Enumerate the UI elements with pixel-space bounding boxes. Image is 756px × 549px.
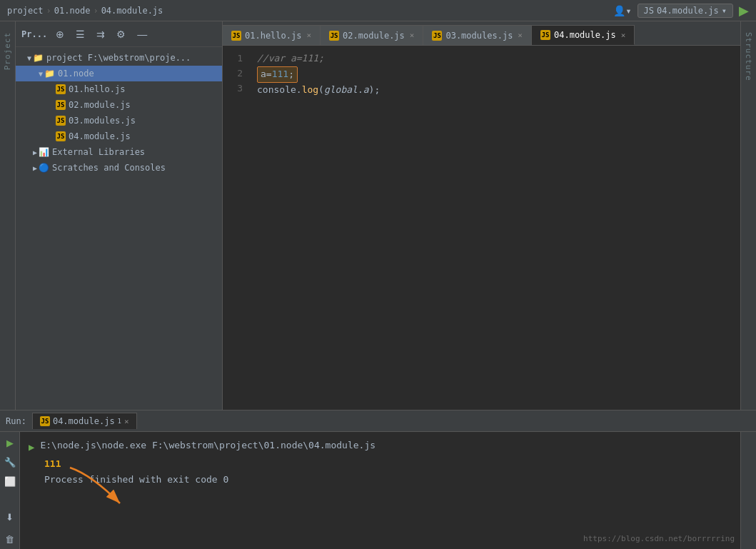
line-num-1: 1	[223, 51, 243, 66]
tab-04module[interactable]: JS 04.module.js ×	[532, 25, 635, 45]
code-editor[interactable]: 1 2 3 //var a=111; a=111; console.log(gl…	[223, 46, 740, 410]
console-output: ▶ E:\node.js\node.exe F:\webstrom\projec…	[20, 432, 740, 549]
right-gutter: Structure	[740, 21, 756, 410]
tab-close-4[interactable]: ×	[621, 31, 626, 40]
tab-bar: JS 01.hello.js × JS 02.module.js × JS 03…	[223, 21, 740, 46]
num-111: 111	[272, 69, 288, 79]
tree-root[interactable]: ▼ 📁 project F:\webstrom\proje...	[16, 50, 222, 66]
breadcrumb: project › 01.node › 04.module.js	[7, 6, 163, 16]
run-dropdown[interactable]: JS 04.module.js ▾	[637, 4, 733, 18]
root-label: project F:\webstrom\proje...	[46, 53, 191, 63]
user-icon[interactable]: 👤▾	[613, 5, 631, 16]
tab-js-icon-4: JS	[540, 30, 550, 40]
tree-item-extlibs[interactable]: ▶ 📊 External Libraries	[16, 144, 222, 160]
console-line-3: Process finished with exit code 0	[44, 472, 732, 488]
tree-item-03modules[interactable]: JS 03.modules.js	[16, 113, 222, 129]
extlibs-icon: 📊	[39, 147, 49, 157]
tab-close-1[interactable]: ×	[306, 31, 311, 40]
file-label-1: 01.hello.js	[69, 84, 125, 94]
project-side-label[interactable]: Project	[3, 32, 12, 70]
root-folder-icon: 📁	[33, 53, 44, 63]
breadcrumb-node[interactable]: 01.node	[54, 6, 91, 16]
file-js-icon-4: JS	[56, 131, 66, 141]
log-func: log	[302, 84, 318, 95]
comment-text: //var a=111;	[257, 53, 324, 64]
bottom-panel: Run: JS 04.module.js 1 × ▶ 🔧 ⬜ ⬇ 🗑 ▶ E:\…	[0, 410, 756, 549]
tab-label-2: 02.module.js	[343, 31, 405, 41]
run-button[interactable]: ▶	[739, 4, 749, 17]
title-bar: project › 01.node › 04.module.js 👤▾ JS 0…	[0, 0, 756, 21]
line-num-3: 3	[223, 81, 243, 96]
toolbar-label: Pr...	[21, 29, 47, 39]
structure-side-label[interactable]: Structure	[744, 32, 753, 81]
breadcrumb-file[interactable]: 04.module.js	[101, 6, 163, 16]
equals: =	[266, 69, 272, 79]
watermark: https://blog.csdn.net/borrrrring	[583, 534, 735, 543]
bottom-right	[740, 432, 756, 549]
a-prop: a	[363, 84, 369, 95]
run-dropdown-label: 04.module.js	[657, 6, 719, 16]
console-cmd-text: E:\node.js\node.exe F:\webstrom\project\…	[40, 438, 376, 453]
breadcrumb-project[interactable]: project	[7, 6, 44, 16]
console-line-1: ▶ E:\node.js\node.exe F:\webstrom\projec…	[29, 438, 732, 456]
tree-item-02module[interactable]: JS 02.module.js	[16, 97, 222, 113]
file-tree: ▼ 📁 project F:\webstrom\proje... ▼ 📁 01.…	[16, 47, 222, 410]
bottom-panel-tabs: Run: JS 04.module.js 1 ×	[0, 411, 756, 432]
main-area: Project Pr... ⊕ ☰ ⇉ ⚙ — ▼ 📁 project F:\w…	[0, 21, 756, 410]
tab-label-1: 01.hello.js	[245, 31, 301, 41]
tab-label-3: 03.modules.js	[445, 31, 513, 41]
paren-open: (	[318, 84, 324, 95]
console-process-text: Process finished with exit code 0	[44, 472, 228, 488]
toolbar-btn-list[interactable]: ☰	[73, 27, 88, 41]
breadcrumb-sep1: ›	[46, 6, 51, 16]
console-run-icon: ▶	[29, 439, 34, 456]
run-controls: 👤▾ JS 04.module.js ▾ ▶	[613, 4, 749, 18]
run-tab[interactable]: JS 04.module.js 1 ×	[32, 413, 137, 429]
code-line-2: a=111;	[257, 66, 740, 83]
run-tab-close[interactable]: ×	[124, 417, 129, 426]
tab-close-2[interactable]: ×	[410, 31, 415, 40]
gutter-run-btn[interactable]: ▶	[5, 436, 15, 450]
tab-03modules[interactable]: JS 03.modules.js ×	[423, 25, 532, 45]
run-js-icon: JS	[644, 6, 654, 16]
line-numbers: 1 2 3	[223, 51, 251, 404]
run-label: Run:	[6, 416, 26, 426]
scratches-label: Scratches and Consoles	[52, 163, 166, 173]
extlibs-label: External Libraries	[52, 147, 145, 157]
file-js-icon-3: JS	[56, 116, 66, 126]
tree-item-scratches[interactable]: ▶ 🔵 Scratches and Consoles	[16, 160, 222, 176]
extlibs-arrow-icon: ▶	[33, 148, 37, 156]
run-tab-js-icon: JS	[40, 416, 50, 426]
tab-close-3[interactable]: ×	[518, 31, 523, 40]
bottom-content: ▶ 🔧 ⬜ ⬇ 🗑 ▶ E:\node.js\node.exe F:\webst…	[0, 432, 756, 549]
console-line-2: 111	[44, 456, 732, 472]
tab-01hello[interactable]: JS 01.hello.js ×	[223, 25, 321, 45]
node-folder-icon: 📁	[44, 69, 55, 79]
gutter-down-btn[interactable]: ⬇	[4, 510, 15, 524]
dot2: .	[358, 84, 363, 95]
tab-02module[interactable]: JS 02.module.js ×	[321, 25, 423, 45]
left-gutter: Project	[0, 21, 16, 410]
root-arrow-icon: ▼	[27, 54, 31, 62]
tree-item-01node[interactable]: ▼ 📁 01.node	[16, 66, 222, 81]
scratches-arrow-icon: ▶	[33, 164, 37, 172]
tree-item-04module[interactable]: JS 04.module.js	[16, 129, 222, 144]
file-label-3: 03.modules.js	[69, 116, 136, 126]
toolbar-btn-add[interactable]: ⊕	[53, 27, 67, 41]
dot1: .	[296, 84, 302, 95]
highlighted-code: a=111;	[257, 66, 298, 83]
tree-item-01hello[interactable]: JS 01.hello.js	[16, 81, 222, 97]
toolbar-btn-settings[interactable]: ⚙	[114, 27, 128, 41]
semicolon: ;	[288, 69, 294, 79]
code-content[interactable]: //var a=111; a=111; console.log(global.a…	[251, 51, 740, 404]
run-tab-super: 1	[118, 418, 121, 425]
file-label-4: 04.module.js	[69, 131, 131, 141]
tab-label-4: 04.module.js	[554, 30, 616, 40]
gutter-stop-btn[interactable]: ⬜	[3, 475, 17, 488]
file-label-2: 02.module.js	[69, 100, 131, 110]
toolbar-btn-minimize[interactable]: —	[134, 27, 150, 41]
tab-js-icon-2: JS	[329, 31, 339, 41]
gutter-wrench-btn[interactable]: 🔧	[3, 455, 17, 469]
toolbar-btn-collapse[interactable]: ⇉	[94, 27, 108, 41]
gutter-trash-btn[interactable]: 🗑	[4, 533, 16, 546]
